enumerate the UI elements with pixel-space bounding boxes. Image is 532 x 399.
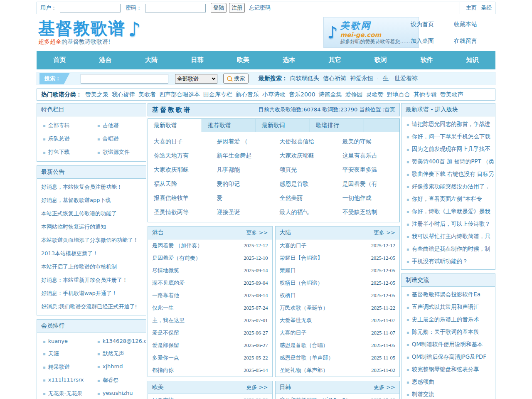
latest-search-link[interactable]: 信心祈祷 [323,75,346,82]
song-link[interactable]: 最美的守候 [342,138,372,145]
member-link[interactable]: 精采歌谱 [48,364,70,370]
site-logo[interactable]: 基督教歌谱 ♪ 超多超全的基督教诗歌歌谱! [38,19,141,46]
song-link[interactable]: 是因着爱 （ [217,138,247,145]
exchange-link[interactable]: 恩感颂曲 [412,378,434,385]
hot-category-link[interactable]: 诗篇全集 [319,91,342,99]
hot-category-link[interactable]: 我心旋律 [112,91,135,99]
latest-search-link[interactable]: 神爱永恒 [350,75,373,82]
request-link[interactable]: 你好，问一下苹果手机怎么下载 [412,133,490,140]
member-link[interactable]: 馨香祭 [103,377,119,383]
latest-search-link[interactable]: 一生一世爱着祢 [377,75,418,82]
song-link[interactable]: 福从天降 [154,180,177,187]
member-link[interactable]: 无花果-无花果 [48,390,83,397]
song-link[interactable]: 大家欢庆耶稣 [280,152,315,159]
nav-item[interactable]: 大陆 [128,51,174,69]
latest-search-link[interactable]: 向软弱低头 [290,75,319,82]
password-input[interactable] [145,4,206,12]
exchange-link[interactable]: 陈元勋：关于歌词的基本段 [412,328,479,335]
song-link[interactable]: 是因着爱 （加伴奏） [152,242,202,249]
request-link[interactable]: 你好，诗歌《上帝就是爱》是我 [412,208,490,214]
notice-link[interactable]: 好消息，基督教歌谱app下载 [37,194,146,207]
song-link[interactable]: 只要有祢 [152,397,174,399]
hot-category-link[interactable]: 田金库专栏 [203,91,232,99]
request-link[interactable]: 注册半小时后，可以上传诗歌？ [412,220,490,227]
song-link[interactable]: 一路靠着他 [152,292,179,299]
nav-item[interactable]: 首页 [37,51,82,69]
song-link[interactable]: 爱的印记 [217,180,240,187]
notice-link[interactable]: 好消息：手机歌谱wap开通了！ [37,287,146,300]
song-link[interactable]: 报喜信给牧羊 [154,195,189,201]
featured-link[interactable]: 全部专辑 [48,122,70,128]
notice-link[interactable]: 本站歌谱页面增添了分享微信的功能了！ [37,234,146,247]
song-link[interactable]: 圣灵情欲两等 [154,209,189,215]
home-link[interactable]: 主页 [466,4,477,12]
nav-item[interactable]: 软件 [404,51,449,69]
song-link[interactable]: 大喜的日子 [280,329,307,337]
hot-category-link[interactable]: 其他专辑 [414,91,437,99]
tab-recommended-scores[interactable]: 推荐歌谱 [202,119,256,132]
song-link[interactable]: 感恩是首歌 [280,180,309,187]
song-link[interactable]: 权柄日（合唱谱） [280,279,323,287]
song-link[interactable]: 万民欢歌（圣诞节） [280,304,328,312]
hot-category-link[interactable]: 美歌者 [138,91,156,99]
song-link[interactable]: 一切他作成 [342,195,372,201]
bible-link[interactable]: 圣经 [481,4,492,12]
song-link[interactable]: 爱是部保留 [152,342,179,349]
song-link[interactable]: 凡事都能 [217,166,240,173]
notice-link[interactable]: 好消息，本站恢复会员注册功能！ [37,180,146,194]
nav-item[interactable]: 欧美 [220,51,266,69]
song-link[interactable]: 荣耀日【合唱谱】 [280,254,323,262]
notice-link[interactable]: 好消息:我们歌谱交流群已经正式开通了! [37,300,146,313]
register-button[interactable]: 注册 [229,3,245,13]
rihan-more-link[interactable]: 更多 >> [374,384,395,391]
tab-latest-scores[interactable]: 最新歌谱 [148,119,202,132]
song-link[interactable]: 全然美丽 [280,195,303,201]
song-link[interactable]: 天使报喜信给 [280,138,315,145]
request-link[interactable]: 我可以帮忙打主内诗歌简谱，只 [412,233,490,239]
song-link[interactable]: 感恩是首歌（单声部） [280,354,334,362]
song-link[interactable]: 平安夜里多温 [342,166,377,173]
gangtai-more-link[interactable]: 更多 >> [246,229,268,236]
request-link[interactable]: 赞美诗400首 加 短诗的PPT （类 [412,158,494,165]
song-link[interactable]: 这里有喜乐吉 [342,152,377,159]
featured-link[interactable]: 打包下载 [48,149,70,155]
hot-category-link[interactable]: 四声部合唱选本 [159,91,200,99]
request-link[interactable]: 歌曲伴奏下载 右键也没有 目标另 [412,170,494,177]
song-link[interactable]: 是因着爱（有 [342,180,377,187]
hot-category-link[interactable]: 音乐2000 [289,91,315,99]
notice-link[interactable]: 好消息：本站重新开放会员注册了！ [37,273,146,287]
search-input[interactable] [81,74,168,84]
featured-link[interactable]: 歌谱源文件 [103,149,130,155]
search-button[interactable]: 搜索 [223,74,249,84]
song-link[interactable]: 大喜的日子 [280,242,307,249]
song-link[interactable]: 深不见底的爱 [152,279,185,287]
song-link[interactable]: 尽情地微笑 [152,267,179,274]
forgot-password-link[interactable]: 忘记密码 [249,4,271,12]
featured-link[interactable]: 吉他谱 [103,122,119,128]
notice-link[interactable]: 本站开启了上传歌谱的审核机制 [37,260,146,273]
hot-category-link[interactable]: 野地百合 [387,91,410,99]
song-link[interactable]: 大家欢庆耶稣 [154,166,189,173]
song-link[interactable]: 爱 [217,195,222,201]
song-link[interactable]: 爱是不保留 [152,329,179,337]
hot-category-link[interactable]: 小草诗歌 [262,91,286,99]
hot-category-link[interactable]: 爱修园 [345,91,363,99]
exchange-link[interactable]: 基督教敬拜聚会投影软件Ea [412,291,480,298]
member-link[interactable]: x111l111rsrx [48,377,84,383]
member-link[interactable]: k134628@126.com [103,338,146,344]
song-link[interactable]: 不受缺乏辖制 [342,209,377,215]
song-link[interactable]: 大爱举世无双 [280,317,312,324]
nav-item[interactable]: 选本 [266,51,312,69]
request-link[interactable]: 好像搜索功能突然没办法用了， [412,183,490,190]
nav-item[interactable]: 港台 [82,51,128,69]
member-link[interactable]: yesushizhu [103,390,133,396]
exchange-link[interactable]: QM制谱后保存高清JPG及PDF [412,353,486,360]
member-link[interactable]: kuanye [48,338,68,344]
song-link[interactable]: 你造天地万有 [154,152,189,159]
song-link[interactable]: 荣耀日 [280,267,296,274]
exchange-link[interactable]: 史上最全的乐谱上的音乐术 [412,316,479,323]
request-link[interactable]: 因为之前发现现在网上几乎找不 [412,145,490,152]
song-link[interactable]: 颂真光 [280,166,297,173]
quick-link[interactable]: 在线留言 [454,37,491,45]
song-link[interactable]: 权柄日 [280,292,296,299]
